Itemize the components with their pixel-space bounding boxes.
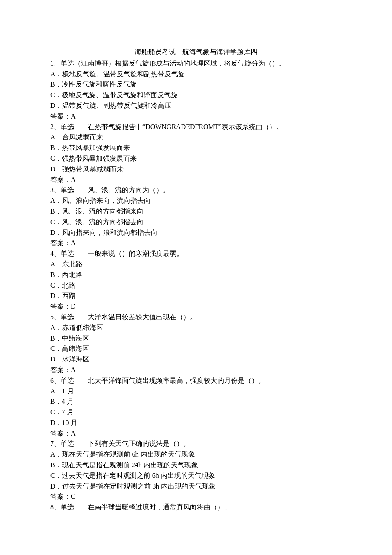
question-option: B．风、浪、流的方向都指来向 [50,206,342,217]
question-option: B．4 月 [50,396,342,407]
question-option: C．强热带风暴加强发展而来 [50,153,342,164]
question-option: C．过去天气是指在定时观测之前 6h 内出现的天气现象 [50,471,342,481]
question-answer: 答案：A [50,365,342,376]
question-text: 在南半球当暖锋过境时，通常真风向将由（）。 [88,503,231,511]
question-answer: 答案：A [50,111,342,122]
question-option: A．台风减弱而来 [50,132,342,143]
question-option: B．热带风暴加强发展而来 [50,143,342,153]
question-stem: 6、单选 北太平洋锋面气旋出现频率最高，强度较大的月份是（）。 [50,376,342,386]
question-option: B．中纬海区 [50,333,342,344]
question-stem: 7、单选 下列有关天气正确的说法是（）。 [50,439,342,449]
question-option: B．现在天气是指在观测前 24h 内出现的天气现象 [50,460,342,471]
gap [74,250,88,257]
question-answer: 答案：A [50,238,342,249]
question-option: C．北路 [50,280,342,291]
question-stem: 5、单选 大洋水温日较差较大值出现在（）。 [50,312,342,323]
question-answer: 答案：A [50,175,342,185]
question-type: 单选 [61,377,74,384]
question-option: A．赤道低纬海区 [50,323,342,333]
question-number: 4 [50,250,54,257]
question-answer: 答案：D [50,301,342,312]
question-type: 单选 [61,60,74,67]
question-number: 2 [50,123,54,130]
question-number: 6 [50,377,54,384]
question-text: 下列有关天气正确的说法是（）。 [88,440,190,447]
question-option: A．风、浪向指来向，流向指去向 [50,196,342,206]
question-stem: 2、单选 在热带气旋报告中“DOWNGRADEDFROMT”表示该系统由（）。 [50,122,342,133]
gap [74,123,88,130]
separator: 、 [54,186,61,194]
question-type: 单选 [61,123,74,130]
question-stem: 4、单选 一般来说（）的寒潮强度最弱。 [50,249,342,259]
question-type: 单选 [61,440,74,447]
question-text: 大洋水温日较差较大值出现在（）。 [88,313,197,321]
separator: 、 [54,503,61,511]
question-option: D．强热带风暴减弱而来 [50,164,342,175]
question-option: D．风向指来向，浪和流向都指去向 [50,228,342,238]
question-answer: 答案：C [50,491,342,502]
gap [74,377,88,384]
separator: 、 [54,440,61,447]
gap [74,313,88,321]
question-number: 8 [50,503,54,511]
question-option: A．极地反气旋、温带反气旋和副热带反气旋 [50,69,342,80]
question-number: 3 [50,186,54,194]
question-option: D．西路 [50,291,342,301]
question-option: C．7 月 [50,407,342,418]
question-stem: 3、单选 风、浪、流的方向为（）。 [50,185,342,196]
question-number: 1 [50,60,54,67]
separator: 、 [54,60,61,67]
question-stem: 8、单选 在南半球当暖锋过境时，通常真风向将由（）。 [50,502,342,513]
question-text: 在热带气旋报告中“DOWNGRADEDFROMT”表示该系统由（）。 [88,123,283,130]
gap [74,503,88,511]
gap [74,440,88,447]
question-stem: 1、单选（江南博哥）根据反气旋形成与活动的地理区域，将反气旋分为（）。 [50,58,342,69]
question-option: D．过去天气是指在定时观测之前 3h 内出现的天气现象 [50,481,342,492]
document-page: 海船船员考试：航海气象与海洋学题库四 1、单选（江南博哥）根据反气旋形成与活动的… [0,0,392,555]
question-option: D．冰洋海区 [50,354,342,365]
document-title: 海船船员考试：航海气象与海洋学题库四 [50,47,342,58]
question-type: 单选 [61,503,74,511]
question-option: A．1 月 [50,386,342,397]
question-text: 北太平洋锋面气旋出现频率最高，强度较大的月份是（）。 [88,377,265,384]
separator: 、 [54,123,61,130]
separator: 、 [54,313,61,321]
question-option: A．现在天气是指在观测前 6h 内出现的天气现象 [50,449,342,460]
question-number: 5 [50,313,54,321]
question-option: C．风、浪、流的方向都指去向 [50,217,342,228]
question-option: D．温带反气旋、副热带反气旋和冷高压 [50,101,342,111]
question-source: （江南博哥） [74,60,115,67]
question-type: 单选 [61,313,74,321]
question-option: C．高纬海区 [50,344,342,354]
question-option: A．东北路 [50,259,342,270]
question-list: 1、单选（江南博哥）根据反气旋形成与活动的地理区域，将反气旋分为（）。A．极地反… [50,58,342,513]
question-option: B．冷性反气旋和暖性反气旋 [50,79,342,90]
question-text: 根据反气旋形成与活动的地理区域，将反气旋分为（）。 [115,60,285,67]
question-text: 一般来说（）的寒潮强度最弱。 [88,250,183,257]
question-option: D．10 月 [50,418,342,428]
question-type: 单选 [61,250,74,257]
question-text: 风、浪、流的方向为（）。 [88,186,170,194]
separator: 、 [54,250,61,257]
question-type: 单选 [61,186,74,194]
question-number: 7 [50,440,54,447]
question-option: C．极地反气旋、温带反气旋和锋面反气旋 [50,90,342,101]
question-answer: 答案：A [50,428,342,439]
question-option: B．西北路 [50,270,342,280]
gap [74,186,88,194]
separator: 、 [54,377,61,384]
